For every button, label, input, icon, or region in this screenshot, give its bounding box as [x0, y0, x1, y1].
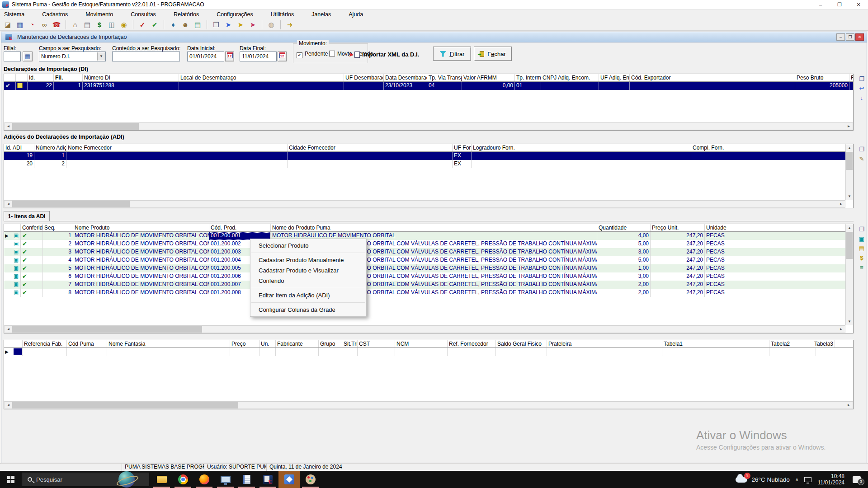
invoice-icon[interactable]: ▤ — [193, 20, 203, 30]
produto-row[interactable]: ▶ — [4, 348, 853, 356]
alarm-clock-icon[interactable]: ◔ — [27, 20, 37, 30]
itens-row[interactable]: ▣ ✔ 3 MOTOR HIDRÁULICO DE MOVIMENTO ORBI… — [4, 248, 853, 256]
maximize-button[interactable]: ❐ — [830, 0, 849, 9]
scroll-thumb[interactable] — [846, 152, 853, 170]
menu-item-selecionar-produto[interactable]: Selecionar Produto — [250, 240, 366, 251]
scroll-right-icon[interactable]: ► — [837, 201, 845, 207]
scroll-down-icon[interactable]: ▼ — [846, 192, 853, 200]
phone-icon[interactable]: ☎ — [52, 20, 61, 30]
filial-browse-button[interactable]: ▦ — [23, 52, 33, 61]
menu-consultas[interactable]: Consultas — [127, 11, 159, 18]
scroll-up-icon[interactable]: ▲ — [846, 144, 853, 152]
cubes-icon[interactable]: ▣ — [858, 235, 866, 243]
tab-itens-adi[interactable]: 1 - Itens da ADI — [4, 211, 50, 221]
currency-transfer-icon[interactable]: $ — [94, 20, 104, 30]
process-blue-icon[interactable]: ➤ — [223, 20, 233, 30]
itens-row[interactable]: ▣ ✔ 8 MOTOR HIDRÁULICO DE MOVIMENTO ORBI… — [4, 289, 853, 297]
taskbar-item-firefox[interactable] — [193, 471, 215, 488]
copy-grid-icon[interactable]: ❐ — [858, 225, 866, 234]
menu-item-cadastrar-visualizar[interactable]: Cadastrar Produto e Visualizar — [250, 265, 366, 276]
mdi-maximize-button[interactable]: ❐ — [846, 33, 854, 41]
tray-network-icon[interactable] — [804, 477, 811, 482]
scroll-left-icon[interactable]: ◄ — [5, 201, 12, 207]
weather-cloud-icon[interactable]: 1 — [736, 477, 747, 483]
layers-icon[interactable]: ▤ — [858, 244, 866, 253]
adi-row[interactable]: 20 2 EX — [4, 160, 853, 168]
exit-icon[interactable]: ➜ — [285, 20, 295, 30]
menu-configuracoes[interactable]: Configurações — [213, 11, 256, 18]
importar-xml-button[interactable]: ➤ Importar XML da D.I. — [349, 51, 419, 58]
coins-icon[interactable]: ◉ — [119, 20, 129, 30]
menu-utilitarios[interactable]: Utilitários — [268, 11, 297, 18]
process-yellow-icon[interactable]: ➤ — [236, 20, 245, 30]
fechar-button[interactable]: ➜ Fechar — [474, 47, 512, 61]
itens-row[interactable]: ▣ ✔ 4 MOTOR HIDRÁULICO DE MOVIMENTO ORBI… — [4, 256, 853, 264]
menu-relatorios[interactable]: Relatórios — [170, 11, 202, 18]
conteudo-pesquisado-input[interactable] — [112, 52, 180, 61]
itens-row[interactable]: ▣ ✔ 5 MOTOR HIDRÁULICO DE MOVIMENTO ORBI… — [4, 264, 853, 272]
tree-icon[interactable]: ≡ — [858, 263, 866, 272]
itens-row[interactable]: ▶ ▣ ✔ 1 MOTOR HIDRÁULICO DE MOVIMENTO OR… — [4, 232, 853, 240]
mdi-close-button[interactable]: ✕ — [855, 33, 864, 41]
taskbar-item-file-explorer[interactable] — [151, 471, 172, 488]
scroll-thumb[interactable] — [846, 232, 853, 259]
scroll-up-icon[interactable]: ▲ — [846, 224, 853, 232]
data-final-calendar-button[interactable]: 12 — [278, 52, 287, 61]
di-selected-row[interactable]: ✔ 22 1 2319751288 23/10/2023 04 0,00 01 … — [4, 82, 853, 90]
pendente-checkbox[interactable]: ✔Pendente — [297, 51, 328, 58]
workstation-icon[interactable]: ◫ — [107, 20, 117, 30]
taskbar-item-chrome[interactable] — [172, 471, 193, 488]
taskbar-item-puma-system[interactable]: E — [257, 471, 278, 488]
process-red-icon[interactable]: ➤ — [248, 20, 258, 30]
operator-icon[interactable]: ☻ — [180, 20, 190, 30]
menu-sistema[interactable]: Sistema — [1, 11, 28, 18]
menu-item-cadastrar-manualmente[interactable]: Cadastrar Produto Manualmente — [250, 255, 366, 265]
tray-clock[interactable]: 10:48 11/01/2024 — [818, 473, 844, 486]
campo-pesquisado-select[interactable]: Numero D.I. ▼ — [39, 52, 106, 61]
edit-icon[interactable]: ✎ — [858, 155, 866, 163]
itens-row[interactable]: ▣ ✔ 7 MOTOR HIDRÁULICO DE MOVIMENTO ORBI… — [4, 281, 853, 289]
download-icon[interactable]: ↓ — [858, 94, 866, 102]
undo-icon[interactable]: ↩ — [858, 84, 866, 93]
confirm-icon[interactable]: ✔ — [150, 20, 160, 30]
search-highlight-planet-icon[interactable] — [118, 471, 135, 488]
taskbar-item-notepad[interactable] — [236, 471, 257, 488]
scroll-right-icon[interactable]: ► — [837, 326, 845, 333]
taskbar-item-photos-active[interactable] — [278, 471, 300, 488]
mdi-minimize-button[interactable]: – — [836, 33, 845, 41]
scroll-right-icon[interactable]: ► — [845, 402, 853, 408]
filtrar-button[interactable]: Filtrar — [433, 47, 471, 61]
data-inicial-calendar-button[interactable]: 12 — [225, 52, 234, 61]
menu-cadastros[interactable]: Cadastros — [39, 11, 71, 18]
menu-item-editar-item-adi[interactable]: Editar Item da Adição (ADI) — [250, 290, 366, 300]
adi-hscrollbar[interactable]: ◄ ► — [4, 200, 845, 208]
menu-item-configurar-colunas[interactable]: Configurar Colunas da Grade — [250, 305, 366, 315]
minimize-button[interactable]: – — [811, 0, 830, 9]
itens-vscrollbar[interactable]: ▲ ▼ — [845, 224, 853, 325]
grid-edit-icon[interactable]: ❐ — [858, 75, 866, 83]
adi-vscrollbar[interactable]: ▲ ▼ — [845, 144, 853, 200]
scroll-thumb[interactable] — [12, 326, 202, 333]
company-icon[interactable]: ▤ — [82, 20, 92, 30]
scroll-thumb[interactable] — [12, 123, 139, 130]
tray-chevron-up-icon[interactable]: ∧ — [795, 477, 799, 483]
money-icon[interactable]: $ — [858, 254, 866, 262]
itens-hscrollbar[interactable]: ◄ ► — [4, 325, 845, 333]
start-button[interactable] — [0, 471, 22, 488]
scroll-down-icon[interactable]: ▼ — [846, 318, 853, 325]
grid-edit-icon[interactable]: ❐ — [858, 145, 866, 154]
weather-temp[interactable]: 26°C — [752, 476, 765, 483]
form-window-icon[interactable]: ❐ — [211, 20, 221, 30]
calculator-icon[interactable]: ▦ — [15, 20, 25, 30]
adi-selected-row[interactable]: 19 1 EX — [4, 152, 853, 160]
itens-row[interactable]: ▣ ✔ 2 MOTOR HIDRÁULICO DE MOVIMENTO ORBI… — [4, 240, 853, 248]
scroll-left-icon[interactable]: ◄ — [5, 123, 12, 130]
world-clock-icon[interactable]: ◍ — [266, 20, 276, 30]
weather-desc[interactable]: Nublado — [767, 476, 789, 483]
notification-center-icon[interactable]: 3 — [853, 476, 861, 483]
menu-janelas[interactable]: Janelas — [308, 11, 334, 18]
scroll-left-icon[interactable]: ◄ — [5, 326, 12, 333]
data-inicial-input[interactable]: 01/01/2024 — [187, 52, 224, 61]
taskbar-item-paint[interactable] — [300, 471, 321, 488]
tasklist-icon[interactable]: ✓ — [137, 20, 147, 30]
